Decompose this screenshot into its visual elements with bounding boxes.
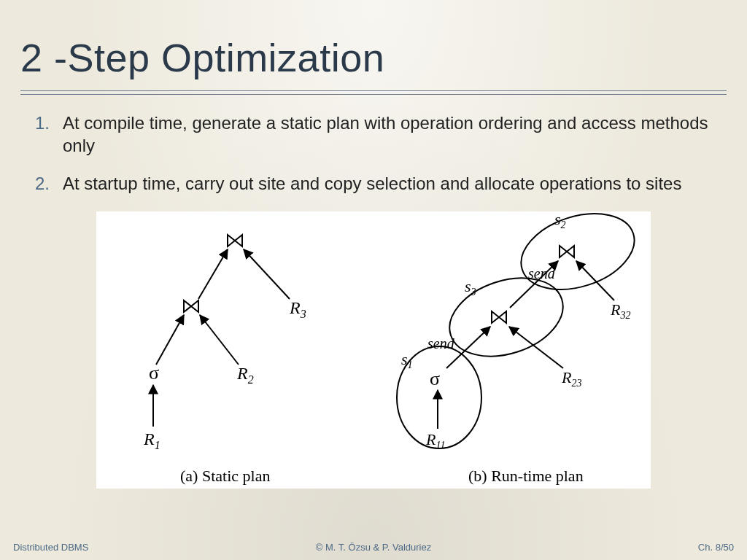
- label-R1: R1: [143, 429, 160, 451]
- label-s1: s1: [401, 350, 413, 370]
- site-s2: [511, 211, 644, 303]
- svg-line-1: [244, 249, 290, 299]
- label-R11: R11: [425, 430, 445, 451]
- slide-title: 2 -Step Optimization: [20, 35, 727, 80]
- footer-left: Distributed DBMS: [13, 542, 88, 553]
- label-s3: s3: [465, 277, 476, 298]
- caption-right: (b) Run-time plan: [468, 467, 584, 485]
- join-top-right: [560, 246, 574, 257]
- point-2: At startup time, carry out site and copy…: [35, 173, 721, 195]
- label-R3: R3: [289, 298, 306, 320]
- label-R23: R23: [561, 368, 581, 389]
- svg-line-0: [198, 249, 228, 299]
- svg-line-3: [200, 315, 239, 365]
- label-R2: R2: [236, 364, 254, 386]
- caption-left: (a) Static plan: [180, 467, 270, 485]
- svg-line-2: [156, 315, 184, 365]
- label-s2: s2: [554, 211, 566, 230]
- footer-right: Ch. 8/50: [698, 542, 734, 553]
- svg-line-8: [509, 327, 563, 368]
- label-R32: R32: [610, 300, 630, 321]
- join-mid-right: [492, 311, 506, 323]
- svg-line-6: [576, 261, 614, 300]
- label-send-lower: send: [427, 335, 455, 351]
- sigma-left: σ: [149, 362, 159, 384]
- label-send-upper: send: [528, 265, 556, 281]
- footer: Distributed DBMS © M. T. Özsu & P. Valdu…: [0, 542, 747, 553]
- point-1: At compile time, generate a static plan …: [35, 112, 721, 157]
- sigma-right: σ: [430, 368, 440, 389]
- join-mid-left: [184, 300, 198, 312]
- bullet-list: At compile time, generate a static plan …: [20, 112, 727, 195]
- diagram: σ R3 R2 R1 (a) Static plan: [96, 211, 651, 489]
- footer-center: © M. T. Özsu & P. Valduriez: [316, 542, 431, 553]
- join-top-left: [228, 235, 242, 246]
- title-divider: [20, 90, 727, 95]
